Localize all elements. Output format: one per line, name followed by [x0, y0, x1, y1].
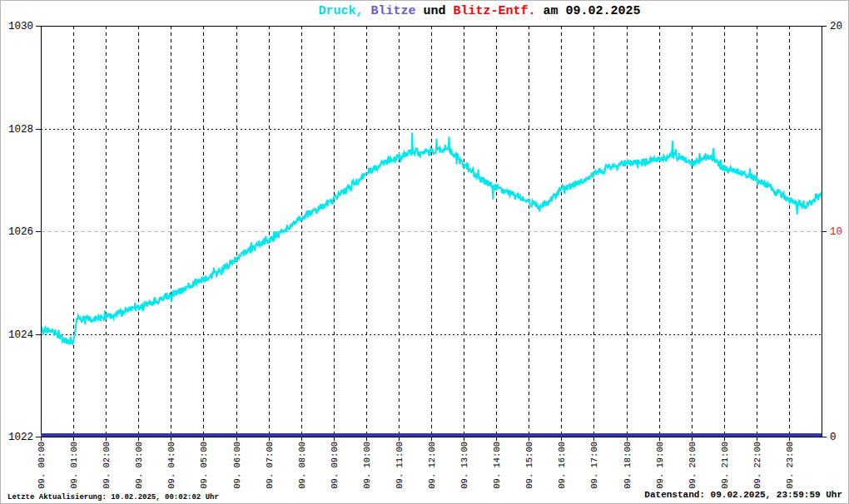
x-tick-label: 09. 23:00 [785, 442, 795, 489]
title-segment-2: und [415, 4, 453, 18]
pressure-lightning-chart: 103010281026102410222010009. 00:0009. 01… [1, 1, 849, 504]
x-tick-label: 09. 11:00 [395, 442, 405, 489]
last-update-text: Letzte Aktualisierung: 10.02.2025, 00:02… [7, 493, 219, 502]
y-right-tick-label: 0 [830, 432, 837, 443]
y-left-tick-label: 1022 [8, 432, 33, 443]
y-left-tick-label: 1024 [8, 329, 33, 341]
x-tick-label: 09. 07:00 [265, 442, 275, 489]
x-tick-label: 09. 12:00 [427, 442, 437, 489]
title-segment-4: am 09.02.2025 [536, 4, 641, 18]
x-tick-label: 09. 21:00 [720, 442, 730, 489]
x-tick-label: 09. 13:00 [459, 442, 469, 489]
title-segment-0: Druck, [318, 4, 363, 18]
x-tick-label: 09. 17:00 [589, 442, 599, 489]
x-tick-label: 09. 10:00 [362, 442, 372, 489]
x-tick-label: 09. 06:00 [232, 442, 242, 489]
x-tick-label: 09. 09:00 [330, 442, 340, 489]
y-right-tick-label: 10 [830, 226, 842, 238]
x-tick-label: 09. 03:00 [134, 442, 144, 489]
data-state-text: Datenstand: 09.02.2025, 23:59:59 Uhr [644, 490, 842, 500]
y-right-tick-label: 20 [830, 21, 842, 32]
x-tick-label: 09. 14:00 [492, 442, 502, 489]
x-tick-label: 09. 19:00 [655, 442, 665, 489]
x-tick-label: 09. 15:00 [524, 442, 534, 489]
title-segment-1: Blitze [363, 4, 415, 18]
x-tick-label: 09. 02:00 [102, 442, 112, 489]
y-left-tick-label: 1030 [8, 21, 33, 32]
y-left-tick-label: 1026 [8, 226, 33, 238]
x-tick-label: 09. 08:00 [297, 442, 307, 489]
x-tick-label: 09. 20:00 [688, 442, 698, 489]
y-left-tick-label: 1028 [8, 124, 33, 136]
x-tick-label: 09. 22:00 [752, 442, 762, 489]
x-tick-label: 09. 01:00 [69, 442, 79, 489]
x-tick-label: 09. 18:00 [623, 442, 633, 489]
x-tick-label: 09. 05:00 [199, 442, 209, 489]
title-segment-3: Blitz-Entf. [453, 4, 535, 18]
x-tick-label: 09. 16:00 [557, 442, 567, 489]
chart-title: Druck, Blitze und Blitz-Entf. am 09.02.2… [274, 4, 685, 18]
x-tick-label: 09. 04:00 [166, 442, 176, 489]
x-tick-label: 09. 00:00 [37, 442, 47, 489]
weather-chart-panel: 103010281026102410222010009. 00:0009. 01… [0, 0, 849, 504]
